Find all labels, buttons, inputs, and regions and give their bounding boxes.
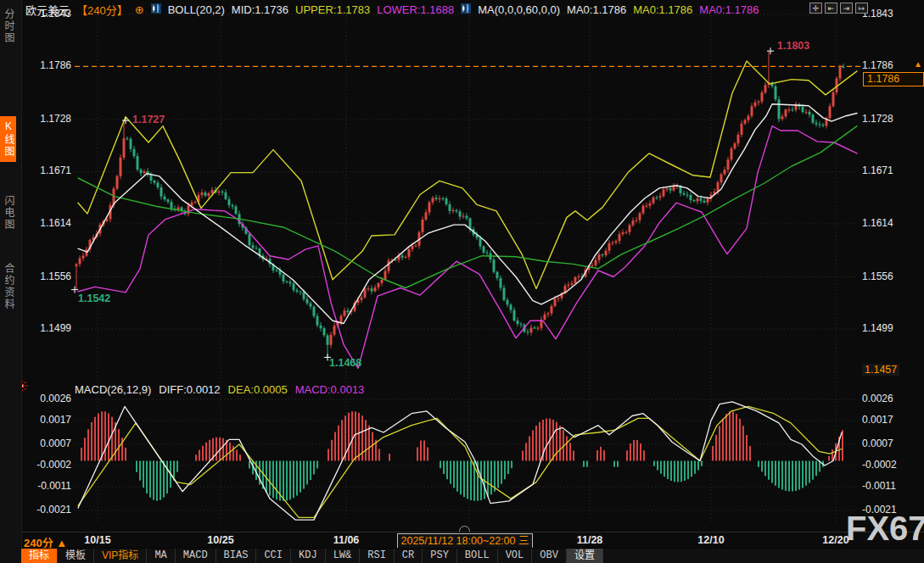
sidebar-tab-3[interactable]: 闪电图 — [0, 191, 16, 235]
toolbar-item-设置[interactable]: 设置 — [567, 549, 603, 563]
sidebar: 分时图K线图闪电图合约资料 — [0, 0, 22, 563]
price-tick-right: 1.1499 — [862, 322, 893, 334]
toolbar-item-指标[interactable]: 指标 — [21, 549, 58, 563]
macd-header: MACD(26,12,9) DIFF:0.0012 DEA:0.0005 MAC… — [75, 383, 364, 396]
svg-text:1.1468: 1.1468 — [329, 357, 361, 369]
toolbar-item-BOLL[interactable]: BOLL — [457, 549, 498, 563]
macd-diff-value: DIFF:0.0012 — [159, 383, 220, 396]
macd-tick-right: 0.0017 — [862, 414, 893, 426]
scale-left-icon[interactable]: ⇤ — [825, 3, 837, 14]
price-tick-right: 1.1728 — [862, 113, 893, 125]
price-tick-left: 1.1556 — [28, 270, 71, 282]
ma0-value-1: MA0:1.1786 — [567, 3, 626, 16]
svg-text:1.1727: 1.1727 — [132, 114, 165, 125]
boll-upper-value: UPPER:1.1783 — [295, 3, 370, 16]
symbol-name: 欧元美元 — [25, 2, 70, 18]
macd-tick-left: 0.0007 — [28, 438, 71, 449]
scale-right-icon[interactable]: ⇥ — [840, 3, 853, 14]
price-tick-left: 1.1499 — [28, 322, 71, 334]
price-tick-right: 1.1556 — [862, 270, 893, 282]
macd-tick-left: 0.0017 — [28, 414, 71, 426]
price-tick-right: 1.1671 — [862, 164, 893, 176]
range-low-label: 1.1457 — [862, 364, 899, 376]
macd-title: MACD(26,12,9) — [75, 383, 151, 396]
boll-mid-value: MID:1.1736 — [232, 3, 288, 16]
price-tick-left: 1.1786 — [28, 59, 71, 71]
ma-indicator-icon[interactable] — [461, 3, 471, 16]
boll-lower-value: LOWER:1.1688 — [377, 3, 454, 16]
macd-tick-left: -0.0011 — [28, 480, 71, 492]
macd-tick-right: 0.0026 — [862, 393, 893, 404]
pan-icon[interactable]: ✛ — [809, 3, 822, 14]
time-axis-row: 240分 ▲ 2025/11/12 18:00~22:00 三 10/1510/… — [0, 532, 924, 549]
time-tick: 10/15 — [68, 534, 127, 546]
period-tag: 【240分】 — [76, 2, 128, 18]
ma0-value-3: MA0:1.1786 — [699, 3, 759, 16]
toolbar-item-KDJ[interactable]: KDJ — [291, 549, 326, 563]
time-tick: 11/28 — [560, 534, 619, 546]
macd-dea-value: DEA:0.0005 — [228, 383, 288, 396]
toolbar-item-PSY[interactable]: PSY — [423, 549, 457, 563]
chart-app: 1.17271.15421.14681.1803 分时图K线图闪电图合约资料 欧… — [0, 0, 924, 563]
macd-macd-value: MACD:0.0013 — [295, 383, 365, 396]
macd-tick-left: 0.0026 — [28, 393, 71, 404]
sidebar-tab-4[interactable]: 合约资料 — [0, 259, 16, 315]
toolbar-item-BIAS[interactable]: BIAS — [216, 549, 257, 563]
macd-tick-right: -0.0002 — [862, 459, 897, 471]
time-tick: 11/06 — [316, 534, 376, 546]
sidebar-tab-1[interactable]: 分时图 — [0, 4, 16, 48]
toolbar-item-MACD[interactable]: MACD — [176, 549, 216, 563]
svg-text:1.1803: 1.1803 — [777, 40, 809, 52]
boll-label: BOLL(20,2) — [168, 3, 225, 16]
current-price-badge: 1.1786 — [863, 72, 924, 86]
price-tick-left: 1.1671 — [28, 164, 71, 176]
price-tick-right: 1.1786 — [862, 59, 893, 71]
toolbar-item-模板[interactable]: 模板 — [58, 549, 94, 563]
toolbar-item-VOL[interactable]: VOL — [498, 549, 533, 563]
chart-corner-toolbar: ✛ ⇤ ⇥ ↦ — [809, 3, 868, 14]
toolbar-item-CCI[interactable]: CCI — [256, 549, 291, 563]
indicator-toolbar: 指标模板VIP指标MAMACDBIASCCIKDJLW&RSICRPSYBOLL… — [21, 548, 924, 563]
brand-watermark: FX678 — [846, 510, 924, 548]
toolbar-item-RSI[interactable]: RSI — [360, 549, 395, 563]
crosshair-time-readout: 2025/11/12 18:00~22:00 三 — [397, 533, 533, 549]
price-up-arrow-icon: ▲ — [914, 59, 922, 69]
toolbar-item-VIP指标[interactable]: VIP指标 — [94, 549, 147, 563]
ma-label: MA(0,0,0,60,0,0) — [478, 3, 560, 16]
boll-indicator-icon[interactable] — [151, 3, 161, 16]
time-tick: 12/10 — [681, 534, 741, 546]
toolbar-item-CR[interactable]: CR — [395, 549, 423, 563]
ma0-value-2: MA0:1.1786 — [633, 3, 692, 16]
macd-tick-left: -0.0021 — [28, 504, 71, 516]
price-tick-left: 1.1614 — [28, 217, 71, 229]
plus-circle-icon[interactable]: ⊕ — [135, 3, 144, 16]
price-tick-left: 1.1728 — [28, 113, 71, 125]
time-tick: 10/25 — [191, 534, 250, 546]
macd-tick-right: 0.0007 — [862, 438, 893, 449]
chart-header: 欧元美元 【240分】 ⊕ BOLL(20,2) MID:1.1736 UPPE… — [25, 3, 759, 16]
toolbar-item-MA[interactable]: MA — [147, 549, 175, 563]
toolbar-item-OBV[interactable]: OBV — [532, 549, 567, 563]
toolbar-item-LW&[interactable]: LW& — [326, 549, 361, 563]
sidebar-tab-2[interactable]: K线图 — [0, 116, 16, 162]
macd-tick-right: -0.0011 — [862, 480, 896, 492]
page-shift-icon[interactable]: ↦ — [855, 3, 868, 14]
price-tick-right: 1.1614 — [862, 217, 893, 229]
chart-canvas[interactable]: 1.17271.15421.14681.1803 — [0, 0, 924, 563]
macd-tick-left: -0.0002 — [28, 459, 71, 471]
svg-text:1.1542: 1.1542 — [78, 293, 110, 304]
